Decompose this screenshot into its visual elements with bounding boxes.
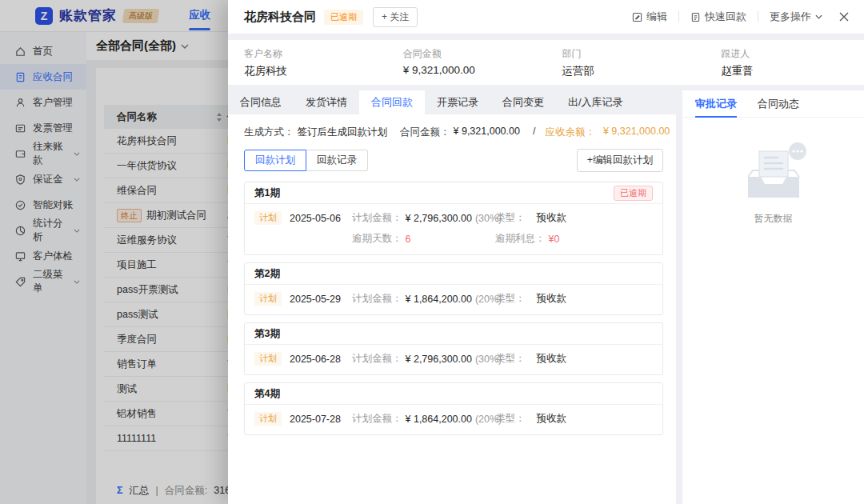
chevron-down-icon [815, 14, 822, 19]
contract-summary: 客户名称 花房科技 合同金额 ¥ 9,321,000.00 部门 运营部 跟进人… [228, 40, 864, 85]
tab-contract-repayment[interactable]: 合同回款 [359, 90, 425, 114]
type-label: 类型： [495, 211, 526, 225]
overdue-interest-value: ¥0 [549, 234, 560, 245]
receivable-balance-value: ¥ 9,321,000.00 [603, 126, 670, 139]
summary-field-follower: 跟进人 赵重普 [705, 40, 864, 85]
period-cards: 第1期 已逾期 计划 2025-05-06 计划金额： ¥ 2,796,300.… [244, 182, 663, 435]
repayment-plan-toggle[interactable]: 回款计划 [244, 150, 306, 171]
tab-contract-info[interactable]: 合同信息 [228, 90, 294, 114]
tab-invoice-records[interactable]: 开票记录 [425, 90, 490, 114]
type-value: 预收款 [537, 352, 567, 366]
overdue-badge: 已逾期 [614, 186, 653, 201]
contract-amount-label: 合同金额： [400, 126, 450, 139]
period-card-body: 计划 2025-07-28 计划金额： ¥ 1,864,200.00 (20%)… [245, 405, 662, 434]
field-value: 花房科技 [244, 64, 387, 78]
plan-date: 2025-07-28 [290, 414, 341, 425]
tab-shipping-details[interactable]: 发货详情 [294, 90, 359, 114]
repayment-panel: 生成方式： 签订后生成回款计划 合同金额： ¥ 9,321,000.00 / 应… [228, 114, 676, 504]
plan-amount-value: ¥ 1,864,200.00 [406, 294, 472, 305]
tab-inout-records[interactable]: 出/入库记录 [556, 90, 635, 114]
gen-method-value: 签订后生成回款计划 [298, 126, 388, 139]
period-card-body: 计划 2025-06-28 计划金额： ¥ 2,796,300.00 (30%)… [245, 345, 662, 374]
empty-state: 暂无数据 [682, 138, 864, 226]
type-label: 类型： [495, 412, 526, 426]
drawer-title: 花房科技合同 [244, 10, 316, 25]
field-value: 赵重普 [721, 64, 864, 78]
quick-collect-label: 快速回款 [705, 10, 746, 24]
view-toggle: 回款计划 回款记录 [244, 150, 368, 171]
summary-field-department: 部门 运营部 [546, 40, 706, 85]
drawer-tabs: 合同信息 发货详情 合同回款 开票记录 合同变更 出/入库记录 [228, 90, 676, 114]
overdue-interest-label: 逾期利息： [495, 232, 546, 246]
edit-plan-button[interactable]: +编辑回款计划 [577, 149, 663, 172]
plan-date: 2025-05-06 [290, 213, 341, 224]
type-label: 类型： [495, 292, 526, 306]
edit-label: 编辑 [646, 10, 667, 24]
period-title: 第1期 [254, 186, 280, 200]
plan-date: 2025-06-28 [290, 354, 341, 365]
plan-amount-label: 计划金额： [352, 292, 402, 306]
edit-icon [632, 12, 642, 22]
plan-amount-label: 计划金额： [352, 412, 402, 426]
period-card-header: 第2期 [245, 263, 662, 285]
field-label: 跟进人 [721, 47, 864, 61]
summary-field-amount: 合同金额 ¥ 9,321,000.00 [387, 40, 546, 85]
generation-info: 生成方式： 签订后生成回款计划 合同金额： ¥ 9,321,000.00 / 应… [228, 114, 676, 139]
plan-amount-label: 计划金额： [352, 211, 402, 225]
period-title: 第3期 [254, 327, 280, 341]
plan-amount-value: ¥ 2,796,300.00 [406, 213, 472, 224]
tab-contract-activity[interactable]: 合同动态 [758, 90, 799, 117]
plan-toolbar: 回款计划 回款记录 +编辑回款计划 [244, 149, 663, 172]
period-card-3: 第3期 计划 2025-06-28 计划金额： ¥ 2,796,300.00 (… [244, 322, 663, 375]
period-card-body: 计划 2025-05-06 计划金额： ¥ 2,796,300.00 (30%)… [245, 204, 662, 254]
follow-button[interactable]: + 关注 [373, 7, 418, 27]
plan-tag: 计划 [254, 292, 282, 306]
drawer-header: 花房科技合同 已逾期 + 关注 编辑 快速回款 更多操作 [228, 0, 864, 34]
quick-collect-icon [690, 12, 701, 22]
field-value: 运营部 [562, 64, 706, 78]
type-value: 预收款 [537, 292, 567, 306]
tab-contract-changes[interactable]: 合同变更 [490, 90, 556, 114]
tab-approval-records[interactable]: 审批记录 [695, 90, 737, 117]
plan-amount-value: ¥ 2,796,300.00 [406, 354, 472, 365]
receivable-balance-label: 应收余额： [545, 126, 595, 139]
type-value: 预收款 [537, 211, 567, 225]
field-label: 部门 [562, 47, 706, 61]
contract-detail-drawer: 花房科技合同 已逾期 + 关注 编辑 快速回款 更多操作 客户名称 花房科技 [228, 0, 864, 504]
repayment-records-toggle[interactable]: 回款记录 [306, 150, 368, 171]
type-value: 预收款 [537, 412, 567, 426]
period-card-1: 第1期 已逾期 计划 2025-05-06 计划金额： ¥ 2,796,300.… [244, 182, 663, 255]
overdue-days-label: 逾期天数： [352, 232, 402, 246]
drawer-actions: 编辑 快速回款 更多操作 [632, 10, 850, 24]
period-card-header: 第1期 已逾期 [245, 182, 662, 204]
overdue-days-value: 6 [406, 234, 411, 245]
empty-state-text: 暂无数据 [754, 212, 793, 226]
plan-amount-label: 计划金额： [352, 352, 402, 366]
period-card-2: 第2期 计划 2025-05-29 计划金额： ¥ 1,864,200.00 (… [244, 262, 663, 315]
summary-field-customer: 客户名称 花房科技 [228, 40, 387, 85]
plan-tag: 计划 [254, 412, 282, 426]
approval-panel: 审批记录 合同动态 暂无数据 [682, 90, 864, 504]
quick-collect-button[interactable]: 快速回款 [690, 10, 746, 24]
overdue-status-badge: 已逾期 [324, 10, 363, 25]
field-value: ¥ 9,321,000.00 [403, 64, 546, 76]
period-title: 第2期 [254, 267, 280, 281]
plan-amount-value: ¥ 1,864,200.00 [406, 414, 472, 425]
period-title: 第4期 [254, 387, 280, 401]
slash-separator: / [533, 126, 535, 139]
plan-date: 2025-05-29 [290, 294, 341, 305]
plan-tag: 计划 [254, 211, 282, 225]
period-card-body: 计划 2025-05-29 计划金额： ¥ 1,864,200.00 (20%)… [245, 285, 662, 314]
field-label: 客户名称 [244, 47, 387, 61]
close-icon[interactable] [838, 11, 850, 22]
field-label: 合同金额 [403, 47, 546, 61]
contract-amount-value: ¥ 9,321,000.00 [454, 126, 520, 139]
gen-method-label: 生成方式： [244, 126, 294, 139]
type-label: 类型： [495, 352, 526, 366]
period-card-4: 第4期 计划 2025-07-28 计划金额： ¥ 1,864,200.00 (… [244, 382, 663, 435]
edit-button[interactable]: 编辑 [632, 10, 667, 24]
more-actions-button[interactable]: 更多操作 [770, 10, 822, 24]
more-actions-label: 更多操作 [770, 10, 811, 24]
period-card-header: 第4期 [245, 383, 662, 405]
empty-inbox-icon [729, 138, 818, 206]
